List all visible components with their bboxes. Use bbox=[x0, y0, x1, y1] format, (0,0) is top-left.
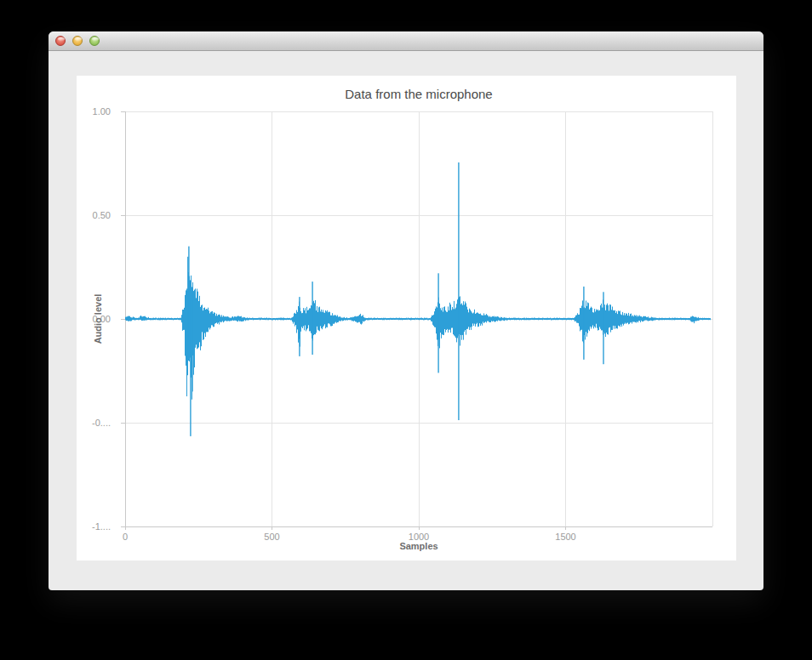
y-axis-title: Audio level bbox=[93, 294, 103, 344]
waveform-spike bbox=[583, 287, 584, 360]
y-tick-label: 0.50 bbox=[93, 210, 111, 220]
minimize-button[interactable] bbox=[72, 36, 83, 46]
x-tickmark bbox=[272, 526, 272, 530]
y-tickmark bbox=[121, 111, 125, 112]
close-button[interactable] bbox=[55, 36, 66, 46]
y-tickmark bbox=[121, 215, 125, 216]
zoom-button[interactable] bbox=[89, 36, 100, 46]
waveform-spike bbox=[603, 292, 603, 364]
waveform-spike bbox=[437, 273, 438, 373]
chart-title: Data from the microphone bbox=[125, 87, 712, 101]
x-tickmark bbox=[125, 526, 126, 530]
y-tickmark bbox=[121, 319, 125, 320]
desktop-background: { "window": { "title": "", "controls": {… bbox=[0, 0, 812, 660]
chart-panel: Data from the microphone 1.000.500.00-0.… bbox=[77, 76, 736, 560]
window-titlebar[interactable] bbox=[49, 31, 763, 51]
waveform-spike bbox=[312, 282, 312, 355]
waveform-series bbox=[125, 111, 712, 526]
waveform-spike bbox=[188, 247, 189, 340]
waveform-spike bbox=[192, 287, 192, 391]
x-axis-title: Samples bbox=[125, 541, 712, 551]
y-tickmark bbox=[121, 423, 125, 424]
waveform-spike bbox=[299, 297, 300, 356]
y-tick-label: 1.00 bbox=[93, 106, 111, 117]
plot-area bbox=[125, 111, 712, 526]
app-window: Data from the microphone 1.000.500.00-0.… bbox=[49, 31, 763, 590]
waveform-spike bbox=[458, 162, 459, 420]
y-tick-label: -0.... bbox=[92, 418, 111, 428]
x-tickmark bbox=[419, 526, 420, 530]
y-tick-label: -1.... bbox=[92, 521, 111, 532]
x-tickmark bbox=[565, 526, 566, 530]
waveform-spike bbox=[190, 299, 191, 436]
